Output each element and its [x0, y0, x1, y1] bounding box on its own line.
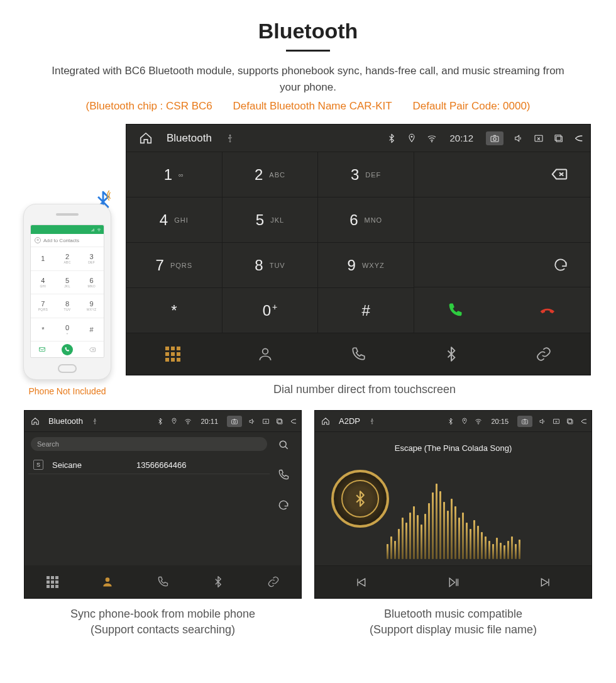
phone-caption: Phone Not Included: [29, 386, 106, 396]
spec-code: Default Pair Code: 0000): [412, 100, 530, 112]
clock: 20:15: [491, 418, 509, 425]
key-9[interactable]: 9WXYZ: [318, 243, 414, 288]
tab-contacts[interactable]: [248, 336, 283, 372]
call-icon[interactable]: [277, 469, 290, 481]
music-title: A2DP: [339, 416, 360, 426]
location-icon: [407, 133, 417, 143]
back-icon[interactable]: [290, 418, 297, 425]
dialer-screen: Bluetooth 20:12 1∞2ABC3DEF4GHI5JKL6MNO7P…: [126, 124, 591, 375]
key-6[interactable]: 6MNO: [318, 197, 414, 243]
play-pause-button[interactable]: [447, 576, 459, 589]
page-title: Bluetooth: [13, 19, 603, 43]
recents-icon[interactable]: [566, 418, 574, 425]
tab-keypad[interactable]: [155, 336, 190, 372]
tab-bluetooth[interactable]: [434, 336, 469, 372]
recents-icon[interactable]: [554, 133, 564, 143]
bluetooth-icon: [387, 133, 397, 143]
recents-icon[interactable]: [276, 418, 283, 425]
phonebook-screen: Bluetooth 20:11 Search: [24, 410, 302, 599]
key-2[interactable]: 2ABC: [223, 152, 319, 197]
music-topbar: A2DP 20:15: [315, 411, 591, 432]
page-subtitle: Integrated with BC6 Bluetooth module, su…: [50, 63, 566, 95]
album-art: [331, 470, 389, 528]
music-controls: [315, 565, 591, 598]
tab-pair[interactable]: [256, 564, 291, 599]
volume-icon[interactable]: [248, 418, 256, 425]
backspace-icon: [89, 346, 96, 353]
tab-pair[interactable]: [526, 336, 561, 372]
search-input[interactable]: Search: [31, 437, 267, 451]
phonebook-caption: Sync phone-book from mobile phone (Suppo…: [24, 606, 302, 638]
tab-calls[interactable]: [341, 336, 376, 372]
search-icon[interactable]: [277, 438, 290, 451]
key-1[interactable]: 1∞: [126, 152, 223, 197]
phonebook-tabs: [25, 565, 301, 598]
next-button[interactable]: [539, 576, 552, 589]
wifi-icon: [184, 418, 192, 425]
message-icon: [38, 346, 46, 353]
key-#[interactable]: #: [318, 288, 414, 333]
home-icon[interactable]: [139, 131, 153, 145]
location-icon: [170, 418, 178, 425]
home-icon[interactable]: [321, 417, 330, 426]
key-4[interactable]: 4GHI: [126, 197, 223, 243]
sync-button[interactable]: [414, 243, 590, 288]
spec-chip: (Bluetooth chip : CSR BC6: [85, 100, 212, 112]
title-underline: [286, 50, 330, 52]
tab-contacts[interactable]: [90, 564, 125, 599]
clock: 20:12: [449, 133, 473, 143]
wifi-icon: [427, 133, 437, 143]
empty-cell: [414, 197, 590, 243]
back-icon[interactable]: [574, 133, 584, 143]
phone-add-contacts: +Add to Contacts: [31, 234, 104, 247]
back-icon[interactable]: [580, 418, 588, 425]
key-3[interactable]: 3DEF: [318, 152, 414, 197]
usb-icon: [226, 134, 234, 143]
usb-icon: [92, 418, 98, 425]
hangup-button[interactable]: [539, 302, 558, 318]
screenshot-button[interactable]: [227, 416, 242, 427]
volume-icon[interactable]: [514, 133, 524, 143]
sync-icon[interactable]: [277, 499, 290, 511]
phonebook-side-actions: [270, 437, 297, 560]
phone-keypad: 12ABC3DEF4GHI5JKL6MNO7PQRS8TUV9WXYZ*0+#: [31, 247, 104, 341]
usb-icon: [369, 418, 375, 425]
contact-row[interactable]: S Seicane 13566664466: [28, 456, 270, 474]
prev-button[interactable]: [355, 576, 367, 589]
key-*[interactable]: *: [126, 288, 223, 333]
backspace-button[interactable]: [414, 152, 590, 197]
dialer-title: Bluetooth: [167, 132, 212, 145]
key-8[interactable]: 8TUV: [223, 243, 319, 288]
location-icon: [461, 418, 468, 425]
contact-number: 13566664466: [136, 460, 187, 470]
dialer-topbar: Bluetooth 20:12: [126, 125, 590, 152]
key-0[interactable]: 0+: [223, 288, 319, 333]
key-5[interactable]: 5JKL: [223, 197, 319, 243]
phone-call-button: [62, 344, 73, 355]
tab-bluetooth[interactable]: [201, 564, 236, 599]
volume-icon[interactable]: [539, 418, 546, 425]
contact-name: Seicane: [52, 460, 109, 470]
screenshot-button[interactable]: [517, 416, 532, 427]
close-window-icon[interactable]: [534, 133, 544, 143]
tab-calls[interactable]: [145, 564, 180, 599]
contact-initial: S: [33, 460, 43, 470]
phone-mockup: +Add to Contacts 12ABC3DEF4GHI5JKL6MNO7P…: [20, 204, 114, 396]
clock: 20:11: [201, 418, 218, 425]
screenshot-button[interactable]: [486, 131, 503, 145]
bluetooth-icon: [447, 418, 454, 425]
key-7[interactable]: 7PQRS: [126, 243, 223, 288]
tab-keypad[interactable]: [35, 564, 70, 599]
close-window-icon[interactable]: [262, 418, 270, 425]
spec-name: Default Bluetooth Name CAR-KIT: [233, 100, 392, 112]
close-window-icon[interactable]: [553, 418, 560, 425]
dialer-tabs: [126, 333, 590, 375]
home-icon[interactable]: [31, 417, 40, 426]
dialer-caption: Dial number direct from touchscreen: [126, 383, 603, 396]
spec-line: (Bluetooth chip : CSR BC6 Default Blueto…: [13, 100, 603, 113]
music-caption: Bluetooth music compatible (Support disp…: [314, 606, 592, 638]
phone-bottom-actions: [31, 341, 104, 357]
wifi-icon: [475, 418, 482, 425]
call-button[interactable]: [446, 301, 464, 319]
bluetooth-music-icon: [351, 490, 369, 508]
